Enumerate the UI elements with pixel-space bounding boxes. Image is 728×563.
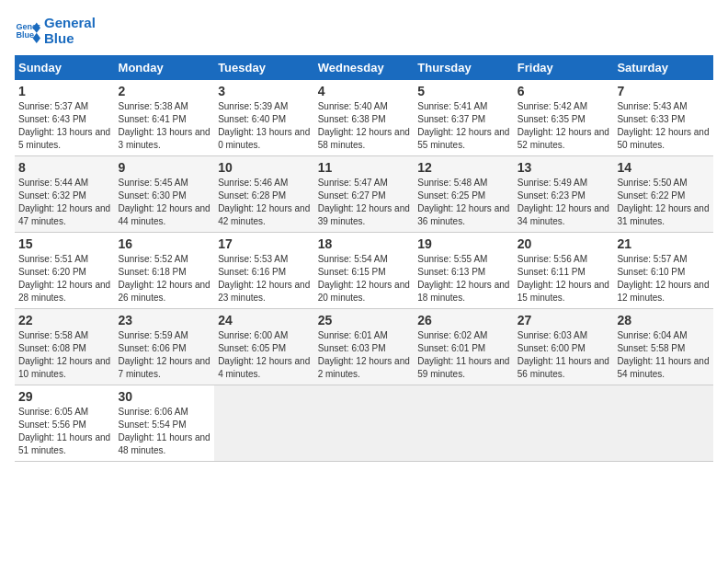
day-info: Sunrise: 6:05 AMSunset: 5:56 PMDaylight:… (18, 406, 111, 457)
calendar-table: SundayMondayTuesdayWednesdayThursdayFrid… (15, 55, 713, 462)
day-cell-15: 15 Sunrise: 5:51 AMSunset: 6:20 PMDaylig… (15, 233, 115, 309)
logo-icon: General Blue (15, 17, 40, 43)
day-cell-6: 6 Sunrise: 5:42 AMSunset: 6:35 PMDayligh… (514, 80, 614, 156)
day-cell-9: 9 Sunrise: 5:45 AMSunset: 6:30 PMDayligh… (115, 156, 215, 233)
empty-cell (214, 385, 314, 462)
calendar-header-row: SundayMondayTuesdayWednesdayThursdayFrid… (15, 55, 713, 80)
week-row-5: 29 Sunrise: 6:05 AMSunset: 5:56 PMDaylig… (15, 385, 713, 462)
day-cell-8: 8 Sunrise: 5:44 AMSunset: 6:32 PMDayligh… (15, 156, 115, 233)
col-header-thursday: Thursday (414, 55, 514, 80)
day-cell-24: 24 Sunrise: 6:00 AMSunset: 6:05 PMDaylig… (214, 309, 314, 385)
day-cell-10: 10 Sunrise: 5:46 AMSunset: 6:28 PMDaylig… (214, 156, 314, 233)
day-info: Sunrise: 5:54 AMSunset: 6:15 PMDaylight:… (318, 253, 411, 304)
svg-text:Blue: Blue (16, 30, 34, 40)
day-info: Sunrise: 5:57 AMSunset: 6:10 PMDaylight:… (617, 253, 710, 304)
day-number: 3 (218, 84, 311, 98)
day-number: 4 (318, 84, 411, 98)
day-number: 23 (119, 313, 211, 327)
week-row-2: 8 Sunrise: 5:44 AMSunset: 6:32 PMDayligh… (15, 156, 713, 233)
day-info: Sunrise: 5:41 AMSunset: 6:37 PMDaylight:… (417, 100, 510, 152)
day-number: 5 (417, 84, 510, 98)
day-cell-23: 23 Sunrise: 5:59 AMSunset: 6:06 PMDaylig… (115, 309, 215, 385)
day-info: Sunrise: 6:03 AMSunset: 6:00 PMDaylight:… (518, 329, 610, 381)
day-info: Sunrise: 5:55 AMSunset: 6:13 PMDaylight:… (417, 253, 510, 304)
logo-text: GeneralBlue (44, 15, 96, 46)
day-info: Sunrise: 5:56 AMSunset: 6:11 PMDaylight:… (518, 253, 610, 304)
day-info: Sunrise: 5:46 AMSunset: 6:28 PMDaylight:… (218, 177, 311, 228)
col-header-saturday: Saturday (613, 55, 713, 80)
day-info: Sunrise: 5:45 AMSunset: 6:30 PMDaylight:… (119, 177, 211, 228)
day-cell-17: 17 Sunrise: 5:53 AMSunset: 6:16 PMDaylig… (214, 233, 314, 309)
day-cell-11: 11 Sunrise: 5:47 AMSunset: 6:27 PMDaylig… (314, 156, 415, 233)
day-info: Sunrise: 6:04 AMSunset: 5:58 PMDaylight:… (617, 329, 710, 381)
day-number: 30 (119, 389, 211, 404)
day-number: 27 (518, 313, 610, 327)
day-cell-3: 3 Sunrise: 5:39 AMSunset: 6:40 PMDayligh… (214, 80, 314, 156)
day-info: Sunrise: 5:42 AMSunset: 6:35 PMDaylight:… (518, 100, 610, 152)
day-cell-19: 19 Sunrise: 5:55 AMSunset: 6:13 PMDaylig… (414, 233, 514, 309)
day-cell-18: 18 Sunrise: 5:54 AMSunset: 6:15 PMDaylig… (314, 233, 415, 309)
day-info: Sunrise: 5:49 AMSunset: 6:23 PMDaylight:… (518, 177, 610, 228)
day-info: Sunrise: 5:51 AMSunset: 6:20 PMDaylight:… (18, 253, 111, 304)
day-cell-22: 22 Sunrise: 5:58 AMSunset: 6:08 PMDaylig… (15, 309, 115, 385)
col-header-sunday: Sunday (15, 55, 115, 80)
day-info: Sunrise: 5:48 AMSunset: 6:25 PMDaylight:… (417, 177, 510, 228)
day-number: 29 (18, 389, 111, 404)
day-info: Sunrise: 5:44 AMSunset: 6:32 PMDaylight:… (18, 177, 111, 228)
day-number: 7 (617, 84, 710, 98)
day-cell-7: 7 Sunrise: 5:43 AMSunset: 6:33 PMDayligh… (613, 80, 713, 156)
day-number: 10 (218, 160, 311, 175)
col-header-tuesday: Tuesday (214, 55, 314, 80)
day-info: Sunrise: 5:47 AMSunset: 6:27 PMDaylight:… (318, 177, 411, 228)
day-cell-29: 29 Sunrise: 6:05 AMSunset: 5:56 PMDaylig… (15, 385, 115, 462)
day-cell-2: 2 Sunrise: 5:38 AMSunset: 6:41 PMDayligh… (115, 80, 215, 156)
day-number: 11 (318, 160, 411, 175)
day-info: Sunrise: 5:59 AMSunset: 6:06 PMDaylight:… (119, 329, 211, 381)
day-number: 26 (417, 313, 510, 327)
day-cell-25: 25 Sunrise: 6:01 AMSunset: 6:03 PMDaylig… (314, 309, 415, 385)
day-number: 24 (218, 313, 311, 327)
week-row-3: 15 Sunrise: 5:51 AMSunset: 6:20 PMDaylig… (15, 233, 713, 309)
day-number: 17 (218, 236, 311, 251)
day-cell-13: 13 Sunrise: 5:49 AMSunset: 6:23 PMDaylig… (514, 156, 614, 233)
day-number: 9 (119, 160, 211, 175)
day-number: 28 (617, 313, 710, 327)
col-header-friday: Friday (514, 55, 614, 80)
day-number: 1 (18, 84, 111, 98)
empty-cell (613, 385, 713, 462)
day-cell-1: 1 Sunrise: 5:37 AMSunset: 6:43 PMDayligh… (15, 80, 115, 156)
day-info: Sunrise: 5:58 AMSunset: 6:08 PMDaylight:… (18, 329, 111, 381)
day-number: 19 (417, 236, 510, 251)
day-cell-5: 5 Sunrise: 5:41 AMSunset: 6:37 PMDayligh… (414, 80, 514, 156)
day-info: Sunrise: 5:38 AMSunset: 6:41 PMDaylight:… (119, 100, 211, 152)
empty-cell (314, 385, 415, 462)
day-cell-14: 14 Sunrise: 5:50 AMSunset: 6:22 PMDaylig… (613, 156, 713, 233)
day-number: 12 (417, 160, 510, 175)
day-info: Sunrise: 5:53 AMSunset: 6:16 PMDaylight:… (218, 253, 311, 304)
empty-cell (414, 385, 514, 462)
day-info: Sunrise: 5:39 AMSunset: 6:40 PMDaylight:… (218, 100, 311, 152)
day-cell-26: 26 Sunrise: 6:02 AMSunset: 6:01 PMDaylig… (414, 309, 514, 385)
day-cell-21: 21 Sunrise: 5:57 AMSunset: 6:10 PMDaylig… (613, 233, 713, 309)
day-number: 2 (119, 84, 211, 98)
day-cell-28: 28 Sunrise: 6:04 AMSunset: 5:58 PMDaylig… (613, 309, 713, 385)
day-info: Sunrise: 5:43 AMSunset: 6:33 PMDaylight:… (617, 100, 710, 152)
day-info: Sunrise: 5:50 AMSunset: 6:22 PMDaylight:… (617, 177, 710, 228)
col-header-monday: Monday (115, 55, 215, 80)
day-info: Sunrise: 6:02 AMSunset: 6:01 PMDaylight:… (417, 329, 510, 381)
day-number: 8 (18, 160, 111, 175)
day-info: Sunrise: 6:00 AMSunset: 6:05 PMDaylight:… (218, 329, 311, 381)
day-number: 25 (318, 313, 411, 327)
day-number: 20 (518, 236, 610, 251)
day-number: 13 (518, 160, 610, 175)
day-info: Sunrise: 6:06 AMSunset: 5:54 PMDaylight:… (119, 406, 211, 457)
day-info: Sunrise: 5:40 AMSunset: 6:38 PMDaylight:… (318, 100, 411, 152)
day-number: 6 (518, 84, 610, 98)
logo: General Blue GeneralBlue (15, 15, 96, 46)
day-number: 22 (18, 313, 111, 327)
day-number: 18 (318, 236, 411, 251)
col-header-wednesday: Wednesday (314, 55, 415, 80)
day-cell-20: 20 Sunrise: 5:56 AMSunset: 6:11 PMDaylig… (514, 233, 614, 309)
day-cell-4: 4 Sunrise: 5:40 AMSunset: 6:38 PMDayligh… (314, 80, 415, 156)
day-cell-16: 16 Sunrise: 5:52 AMSunset: 6:18 PMDaylig… (115, 233, 215, 309)
